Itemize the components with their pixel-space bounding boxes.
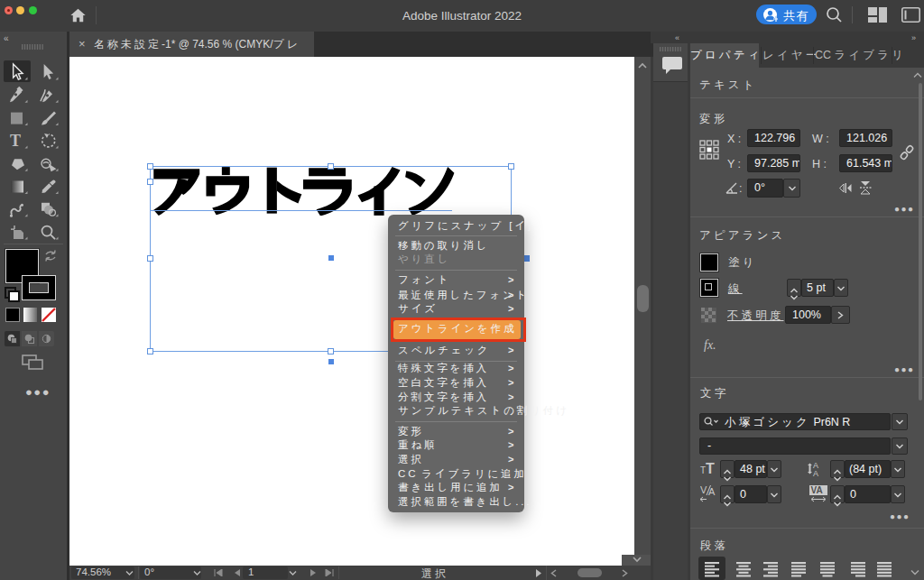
svg-text:T: T — [10, 132, 21, 150]
